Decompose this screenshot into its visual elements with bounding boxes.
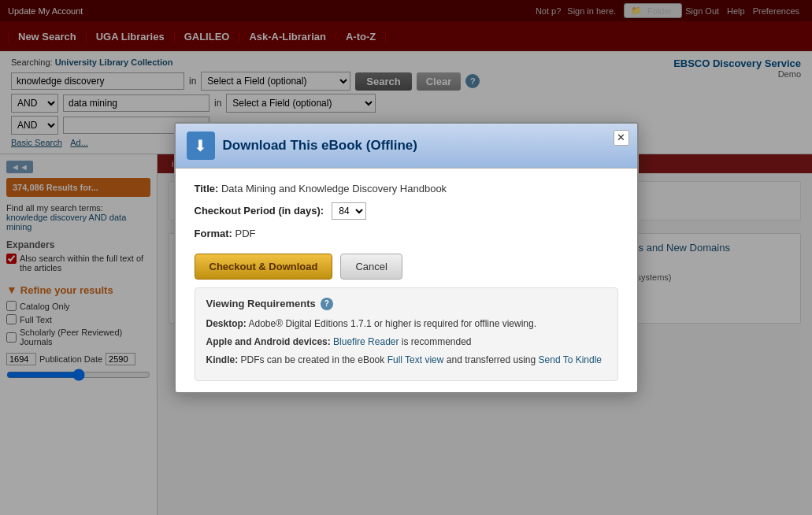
download-icon: ⬇ <box>187 132 215 160</box>
modal-header: ⬇ Download This eBook (Offline) ✕ <box>176 124 637 169</box>
modal-close-button[interactable]: ✕ <box>614 130 629 146</box>
download-modal: ⬇ Download This eBook (Offline) ✕ Title:… <box>174 122 639 394</box>
viewing-req-apple: Apple and Android devices: Bluefire Read… <box>206 335 606 349</box>
modal-body: Title: Data Mining and Knowledge Discove… <box>176 169 637 392</box>
viewing-req-kindle: Kindle: PDFs can be created in the eBook… <box>206 353 606 367</box>
modal-format-field: Format: PDF <box>195 228 618 239</box>
cancel-button[interactable]: Cancel <box>340 254 402 280</box>
viewing-req-desktop: Desktop: Adobe® Digital Editions 1.7.1 o… <box>206 317 606 331</box>
modal-overlay: ⬇ Download This eBook (Offline) ✕ Title:… <box>0 0 812 515</box>
viewing-requirements-box: Viewing Requirements ? Desktop: Adobe® D… <box>195 287 618 381</box>
viewing-req-help-icon[interactable]: ? <box>321 298 333 310</box>
modal-title-field: Title: Data Mining and Knowledge Discove… <box>195 183 618 195</box>
modal-actions: Checkout & Download Cancel <box>195 254 618 280</box>
modal-title: Download This eBook (Offline) <box>223 138 417 154</box>
checkout-period-row: Checkout Period (in days): 84 14 21 <box>195 202 618 220</box>
checkout-download-button[interactable]: Checkout & Download <box>195 254 333 280</box>
checkout-select[interactable]: 84 14 21 <box>332 202 366 220</box>
viewing-req-title: Viewing Requirements ? <box>206 298 606 310</box>
